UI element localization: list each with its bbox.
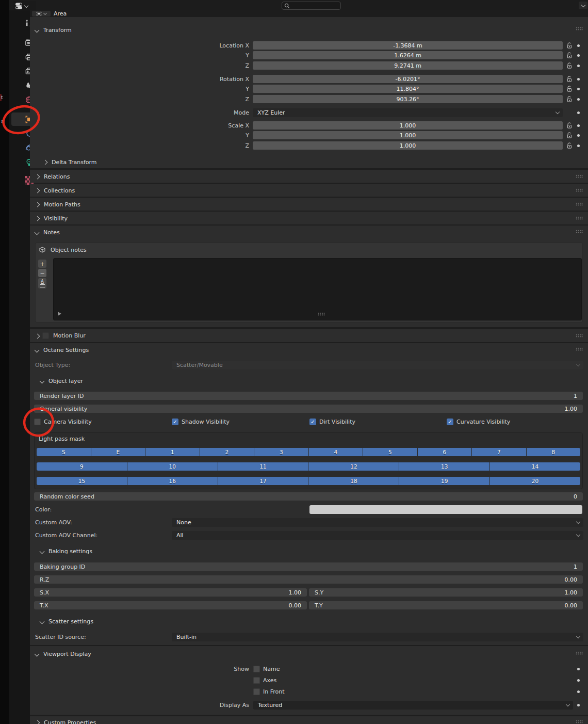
notes-text-area[interactable] [53,258,582,320]
light-pass-button-6[interactable]: 6 [418,448,472,456]
light-pass-button-13[interactable]: 13 [399,462,489,471]
animate-decorator[interactable] [577,124,580,127]
animate-decorator[interactable] [577,54,580,57]
animate-decorator[interactable] [577,78,580,81]
animate-decorator[interactable] [577,679,580,682]
panel-grip-icon[interactable] [576,334,583,337]
baking-tx-slider[interactable]: T.X 0.00 [34,601,307,609]
panel-grip-icon[interactable] [576,27,583,30]
collections-panel[interactable]: Collections [30,184,588,197]
animate-decorator[interactable] [577,65,580,67]
light-pass-button-19[interactable]: 19 [399,477,489,485]
scatter-id-source-dropdown[interactable]: Built-in [172,633,583,641]
animate-decorator[interactable] [577,134,580,137]
animate-decorator[interactable] [577,668,580,670]
search-input[interactable] [291,3,338,9]
notes-panel-header[interactable]: Notes [35,228,60,236]
color-swatch[interactable] [309,505,582,514]
animate-decorator[interactable] [577,88,580,90]
general-visibility-slider[interactable]: General visibility 1.00 [34,405,583,413]
octane-panel-header[interactable]: Octane Settings [35,346,89,354]
panel-grip-icon[interactable] [576,202,583,206]
light-pass-button-16[interactable]: 16 [127,477,218,485]
search-box[interactable] [282,2,341,10]
panel-grip-icon[interactable] [576,347,583,351]
lock-open-icon[interactable] [566,75,573,83]
lock-open-icon[interactable] [566,85,573,92]
relations-panel[interactable]: Relations [30,170,588,183]
lock-open-icon[interactable] [566,52,573,59]
light-pass-button-10[interactable]: 10 [127,462,218,471]
delta-transform-header[interactable]: Delta Transform [43,158,97,166]
scale-z-field[interactable]: 1.000 [253,141,563,150]
light-pass-button-7[interactable]: 7 [472,448,526,456]
light-pass-button-15[interactable]: 15 [37,477,127,485]
light-pass-button-5[interactable]: 5 [363,448,417,456]
notes-expand-arrow[interactable] [58,312,61,316]
editor-type-selector[interactable] [13,1,36,10]
scale-y-field[interactable]: 1.000 [253,131,563,139]
lock-open-icon[interactable] [566,132,573,139]
animate-decorator[interactable] [577,98,580,101]
random-color-seed-slider[interactable]: Random color seed 0 [34,492,583,501]
location-z-field[interactable]: 9.2741 m [253,61,563,70]
object-layer-subheader[interactable]: Object layer [40,377,83,385]
light-pass-button-17[interactable]: 17 [218,477,308,485]
show-name-checkbox[interactable] [253,666,260,672]
custom-aov-channel-dropdown[interactable]: All [172,531,583,540]
viewport-display-header[interactable]: Viewport Display [35,650,91,658]
show-in-front-checkbox[interactable] [253,688,260,695]
visibility-panel[interactable]: Visibility [30,212,588,224]
light-pass-button-3[interactable]: 3 [254,448,308,456]
light-pass-button-E[interactable]: E [91,448,145,456]
light-pass-button-9[interactable]: 9 [37,462,127,471]
scatter-settings-subheader[interactable]: Scatter settings [40,617,93,625]
header-chevron-button[interactable] [579,2,587,9]
dirt-visibility-checkbox[interactable] [309,419,316,425]
rotation-z-field[interactable]: 903.26° [253,95,563,103]
custom-properties-panel[interactable]: Custom Properties [30,716,588,724]
location-x-field[interactable]: -1.3684 m [253,41,563,50]
add-note-button[interactable]: + [38,260,46,268]
light-pass-button-12[interactable]: 12 [308,462,399,471]
light-pass-button-2[interactable]: 2 [200,448,254,456]
lock-open-icon[interactable] [566,95,573,103]
panel-grip-icon[interactable] [576,720,583,723]
motion-blur-checkbox[interactable] [42,332,49,339]
animate-decorator[interactable] [577,144,580,147]
location-y-field[interactable]: 1.6264 m [253,51,563,59]
baking-rz-slider[interactable]: R.Z 0.00 [34,575,583,584]
curvature-visibility-checkbox[interactable] [447,419,453,425]
animate-decorator[interactable] [577,111,580,114]
note-format-button[interactable]: A [38,278,46,288]
light-pass-button-8[interactable]: 8 [527,448,581,456]
scale-x-field[interactable]: 1.000 [253,121,563,130]
baking-ty-slider[interactable]: T.Y 0.00 [309,601,583,609]
motion-paths-panel[interactable]: Motion Paths [30,198,588,211]
show-axes-checkbox[interactable] [253,677,260,684]
baking-sx-slider[interactable]: S.X 1.00 [34,588,307,597]
rotation-x-field[interactable]: -6.0201° [253,75,563,83]
lock-open-icon[interactable] [566,42,573,49]
light-pass-button-4[interactable]: 4 [309,448,363,456]
rotation-y-field[interactable]: 11.804° [253,85,563,93]
lock-open-icon[interactable] [566,62,573,69]
lock-open-icon[interactable] [566,122,573,129]
light-pass-button-11[interactable]: 11 [218,462,308,471]
light-pass-button-S[interactable]: S [37,448,91,456]
object-type-dropdown[interactable]: Scatter/Movable [172,361,583,369]
animate-decorator[interactable] [577,44,580,47]
shadow-visibility-checkbox[interactable] [172,419,178,425]
animate-decorator[interactable] [577,690,580,693]
rotation-mode-dropdown[interactable]: XYZ Euler [253,108,563,117]
display-as-dropdown[interactable]: Textured [253,701,573,710]
panel-grip-icon[interactable] [576,216,583,220]
panel-grip-icon[interactable] [576,174,583,178]
resize-grip-icon[interactable] [318,312,325,316]
panel-grip-icon[interactable] [576,188,583,192]
light-pass-button-14[interactable]: 14 [490,462,580,471]
light-pass-button-18[interactable]: 18 [308,477,399,485]
light-pass-button-1[interactable]: 1 [145,448,200,456]
baking-group-id-slider[interactable]: Baking group ID 1 [34,562,583,571]
baking-settings-subheader[interactable]: Baking settings [40,547,92,555]
